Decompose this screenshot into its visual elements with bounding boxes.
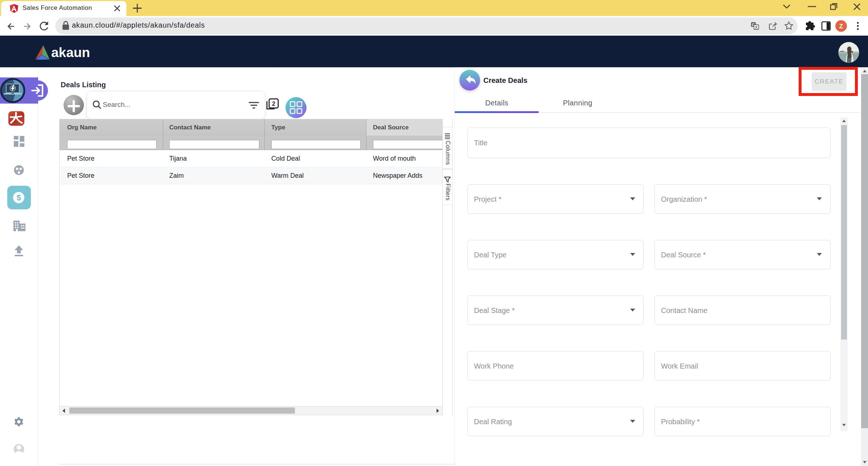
svg-text:Z: Z [839,23,843,30]
svg-text:2: 2 [272,101,275,107]
